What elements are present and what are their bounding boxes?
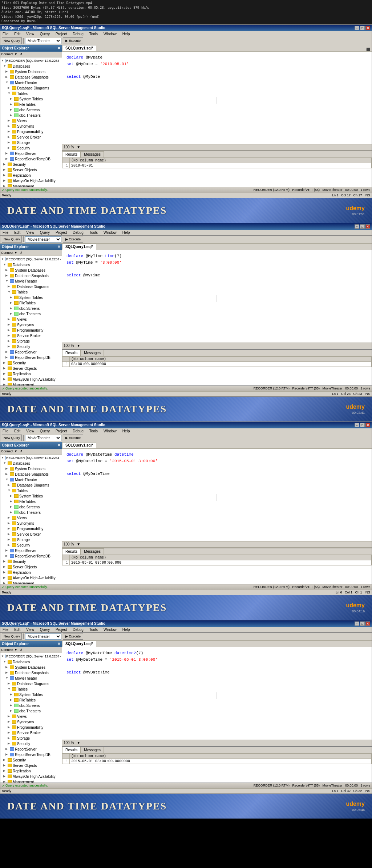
results-tab-1[interactable]: Results <box>62 151 81 157</box>
new-query-btn-2[interactable]: New Query <box>2 236 22 243</box>
oe-prog-1[interactable]: ▶ Programmability <box>1 129 61 135</box>
oe-replication-1[interactable]: ▶ Replication <box>1 173 61 178</box>
minimize-btn-3[interactable]: − <box>355 423 359 427</box>
oe-connect-btn-1[interactable]: Connect ▼ <box>1 52 17 56</box>
menu-debug-4[interactable]: Debug <box>71 627 85 632</box>
close-btn-3[interactable]: ✕ <box>365 423 370 427</box>
menu-tools-4[interactable]: Tools <box>88 627 99 632</box>
messages-tab-1[interactable]: Messages <box>81 151 104 157</box>
messages-tab-3[interactable]: Messages <box>81 548 104 555</box>
code-editor-2[interactable]: declare @MyTime time(7) set @MyTime = '3… <box>62 250 372 343</box>
menu-debug-3[interactable]: Debug <box>71 429 85 433</box>
maximize-btn-4[interactable]: □ <box>360 621 365 626</box>
menu-help-2[interactable]: Help <box>121 230 132 235</box>
oe-security2-1[interactable]: ▶ Security <box>1 162 61 167</box>
menu-edit-2[interactable]: Edit <box>13 230 22 235</box>
menu-tools-3[interactable]: Tools <box>88 429 99 433</box>
menu-view-4[interactable]: View <box>25 627 36 632</box>
menu-query-3[interactable]: Query <box>39 429 51 433</box>
oe-server-2[interactable]: ▼ RECORDER (SQL Server 12.0.2254 - Recor… <box>1 257 61 262</box>
oe-rptserver-1[interactable]: ▶ ReportServer <box>1 151 61 156</box>
menu-file-2[interactable]: File <box>1 230 10 235</box>
close-btn-4[interactable]: ✕ <box>365 621 370 626</box>
oe-tables-1[interactable]: ▼ Tables <box>1 91 61 96</box>
menu-window-3[interactable]: Window <box>102 429 118 433</box>
oe-sys-tables-1[interactable]: ▶ System Tables <box>1 96 61 102</box>
execute-btn-2[interactable]: ▶ Execute <box>63 236 83 243</box>
results-tab-4[interactable]: Results <box>62 747 81 753</box>
oe-refresh-btn-4[interactable]: ↺ <box>20 648 23 652</box>
oe-server-1[interactable]: ▼ RECORDER (SQL Server 12.0.2254 - Recor… <box>1 58 61 64</box>
minimize-btn-2[interactable]: − <box>355 224 359 229</box>
execute-btn-4[interactable]: ▶ Execute <box>63 633 83 640</box>
db-selector-1[interactable]: MovieTheater <box>25 38 61 44</box>
oe-screens-1[interactable]: ▶ dbo.Screens <box>1 107 61 113</box>
results-tab-3[interactable]: Results <box>62 548 81 555</box>
menu-view-2[interactable]: View <box>25 230 36 235</box>
oe-databases-1[interactable]: ▼ Databases <box>1 64 61 69</box>
new-query-btn-3[interactable]: New Query <box>2 435 22 441</box>
oe-srvobjects-1[interactable]: ▶ Server Objects <box>1 167 61 173</box>
oe-movie-theater-1[interactable]: ▼ MovieTheater <box>1 80 61 85</box>
menu-debug-1[interactable]: Debug <box>71 32 85 36</box>
execute-btn-1[interactable]: ▶ Execute <box>63 37 83 44</box>
menu-query-1[interactable]: Query <box>39 32 51 36</box>
code-editor-3[interactable]: declare @MyDateTime datetime set @MyDate… <box>62 449 372 541</box>
oe-refresh-btn-2[interactable]: ↺ <box>20 251 23 255</box>
menu-window-1[interactable]: Window <box>102 32 118 36</box>
oe-rpttempdb-1[interactable]: ▶ ReportServerTempDB <box>1 156 61 162</box>
db-selector-3[interactable]: MovieTheater <box>25 435 61 441</box>
menu-project-3[interactable]: Project <box>54 429 68 433</box>
menu-window-4[interactable]: Window <box>102 627 118 632</box>
close-btn-2[interactable]: ✕ <box>365 224 370 229</box>
messages-tab-4[interactable]: Messages <box>81 747 104 753</box>
new-query-btn-1[interactable]: New Query <box>2 37 22 44</box>
menu-help-4[interactable]: Help <box>121 627 132 632</box>
menu-project-4[interactable]: Project <box>54 627 68 632</box>
menu-project-1[interactable]: Project <box>54 32 68 36</box>
oe-connect-btn-3[interactable]: Connect ▼ <box>1 449 17 453</box>
messages-tab-2[interactable]: Messages <box>81 350 104 356</box>
menu-window-2[interactable]: Window <box>102 230 118 235</box>
query-tab-2[interactable]: SQLQuery1.sql* <box>62 244 96 250</box>
menu-query-4[interactable]: Query <box>39 627 51 632</box>
menu-query-2[interactable]: Query <box>39 230 51 235</box>
maximize-btn-3[interactable]: □ <box>360 423 365 427</box>
oe-broker-1[interactable]: ▶ Service Broker <box>1 135 61 140</box>
oe-connect-btn-2[interactable]: Connect ▼ <box>1 251 17 255</box>
db-selector-4[interactable]: MovieTheater <box>25 633 61 640</box>
oe-db-diagrams-1[interactable]: ▶ Database Diagrams <box>1 85 61 91</box>
oe-storage-1[interactable]: ▶ Storage <box>1 140 61 145</box>
menu-tools-1[interactable]: Tools <box>88 32 99 36</box>
oe-file-tables-1[interactable]: ▶ FileTables <box>1 102 61 107</box>
menu-view-3[interactable]: View <box>25 429 36 433</box>
close-btn-1[interactable]: ✕ <box>365 26 370 30</box>
oe-connect-btn-4[interactable]: Connect ▼ <box>1 648 17 652</box>
menu-view-1[interactable]: View <box>25 32 36 36</box>
oe-system-dbs-1[interactable]: ▶ System Databases <box>1 69 61 75</box>
oe-refresh-btn-3[interactable]: ↺ <box>20 449 23 453</box>
oe-theaters-1[interactable]: ▶ dbo.Theaters <box>1 113 61 118</box>
execute-btn-3[interactable]: ▶ Execute <box>63 435 83 441</box>
code-editor-4[interactable]: declare @MyDateTime datetime2(7) set @My… <box>62 647 372 740</box>
menu-edit-4[interactable]: Edit <box>13 627 22 632</box>
oe-views-1[interactable]: ▶ Views <box>1 118 61 124</box>
db-selector-2[interactable]: MovieTheater <box>25 236 61 243</box>
oe-alwayson-1[interactable]: ▶ AlwaysOn High Availability <box>1 178 61 184</box>
menu-help-3[interactable]: Help <box>121 429 132 433</box>
minimize-btn-1[interactable]: − <box>355 26 359 30</box>
new-query-btn-4[interactable]: New Query <box>2 633 22 640</box>
menu-file-1[interactable]: File <box>1 32 10 36</box>
code-editor-1[interactable]: declare @MyDate set @MyDate = '2010-05-0… <box>62 52 372 144</box>
oe-db-snapshots-1[interactable]: ▶ Database Snapshots <box>1 75 61 80</box>
menu-project-2[interactable]: Project <box>54 230 68 235</box>
query-tab-4[interactable]: SQLQuery1.sql* <box>62 641 96 647</box>
menu-edit-1[interactable]: Edit <box>13 32 22 36</box>
oe-databases-2[interactable]: ▼ Databases <box>1 262 61 268</box>
oe-synonyms-1[interactable]: ▶ Synonyms <box>1 124 61 129</box>
menu-file-4[interactable]: File <box>1 627 10 632</box>
maximize-btn-1[interactable]: □ <box>360 26 365 30</box>
oe-refresh-btn-1[interactable]: ↺ <box>20 52 23 56</box>
query-tab-3[interactable]: SQLQuery1.sql* <box>62 442 96 448</box>
menu-debug-2[interactable]: Debug <box>71 230 85 235</box>
